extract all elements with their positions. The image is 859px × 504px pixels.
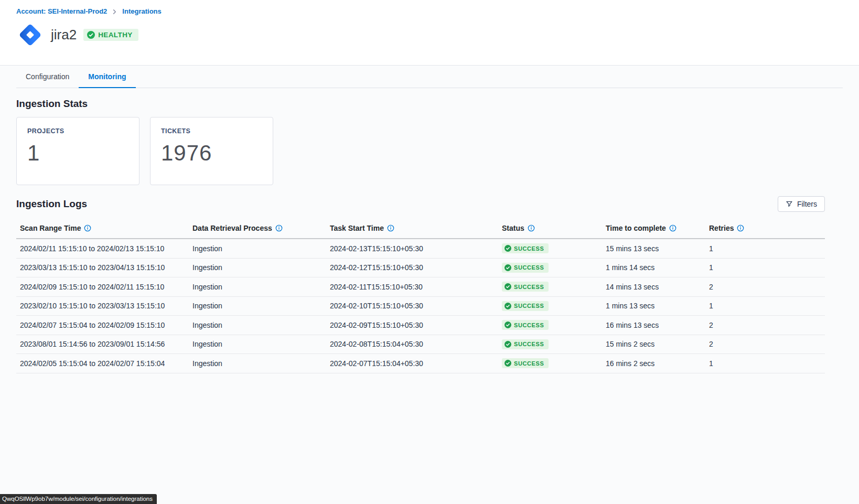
cell-data-retrieval-process: Ingestion [189, 283, 326, 291]
cell-time-to-complete: 15 mins 2 secs [602, 340, 705, 348]
column-label: Retries [709, 224, 734, 232]
status-badge: SUCCESS [502, 339, 549, 349]
cell-time-to-complete: 15 mins 13 secs [602, 244, 705, 253]
cell-status: SUCCESS [498, 358, 602, 368]
column-header-retries[interactable]: Retries [705, 224, 825, 232]
status-label: SUCCESS [514, 360, 544, 367]
cell-time-to-complete: 16 mins 13 secs [602, 321, 705, 329]
status-badge: SUCCESS [502, 358, 549, 368]
column-label: Scan Range Time [20, 224, 81, 232]
cell-data-retrieval-process: Ingestion [189, 244, 326, 253]
tickets-stat-card: TICKETS 1976 [150, 117, 273, 185]
check-circle-icon [504, 321, 511, 328]
projects-stat-value: 1 [27, 141, 128, 166]
filters-button[interactable]: Filters [778, 196, 825, 212]
column-label: Data Retrieval Process [192, 224, 272, 232]
cell-retries: 1 [705, 359, 825, 368]
column-header-task-start-time[interactable]: Task Start Time [326, 224, 498, 232]
cell-status: SUCCESS [498, 301, 602, 311]
table-row[interactable]: 2023/03/13 15:15:10 to 2023/04/13 15:15:… [16, 259, 825, 278]
column-label: Status [502, 224, 524, 232]
status-badge: SUCCESS [502, 301, 549, 311]
info-icon [84, 224, 91, 232]
table-row[interactable]: 2024/02/09 15:15:10 to 2024/02/11 15:15:… [16, 277, 825, 297]
table-row[interactable]: 2023/08/01 15:14:56 to 2023/09/01 15:14:… [16, 335, 825, 355]
column-label: Task Start Time [330, 224, 384, 232]
cell-data-retrieval-process: Ingestion [189, 321, 326, 329]
status-badge: SUCCESS [502, 282, 549, 292]
info-icon [737, 224, 744, 232]
column-header-data-retrieval-process[interactable]: Data Retrieval Process [189, 224, 326, 232]
status-badge: SUCCESS [502, 320, 549, 330]
cell-task-start-time: 2024-02-08T15:15:04+05:30 [326, 340, 498, 348]
integration-titlebar: jira2 HEALTHY [16, 21, 843, 49]
table-row[interactable]: 2024/02/05 15:15:04 to 2024/02/07 15:15:… [16, 354, 825, 373]
cell-status: SUCCESS [498, 243, 602, 253]
table-header-row: Scan Range TimeData Retrieval ProcessTas… [16, 217, 825, 239]
table-body: 2024/02/11 15:15:10 to 2024/02/13 15:15:… [16, 239, 825, 373]
table-row[interactable]: 2024/02/07 15:15:04 to 2024/02/09 15:15:… [16, 316, 825, 335]
info-icon [387, 224, 394, 232]
table-row[interactable]: 2023/02/10 15:15:10 to 2023/03/13 15:15:… [16, 297, 825, 316]
breadcrumb-account-link[interactable]: Account: SEI-Internal-Prod2 [16, 7, 107, 15]
cell-retries: 1 [705, 244, 825, 253]
cell-task-start-time: 2024-02-11T15:15:10+05:30 [326, 283, 498, 291]
tab-configuration[interactable]: Configuration [16, 66, 79, 88]
info-icon [528, 224, 535, 232]
info-icon [669, 224, 677, 232]
column-header-status[interactable]: Status [498, 224, 602, 232]
status-label: SUCCESS [514, 284, 544, 290]
cell-task-start-time: 2024-02-12T15:15:10+05:30 [326, 263, 498, 272]
health-status-label: HEALTHY [98, 31, 133, 39]
status-badge: SUCCESS [502, 263, 549, 273]
cell-retries: 1 [705, 302, 825, 310]
status-badge: SUCCESS [502, 243, 549, 253]
cell-scan-range-time: 2023/03/13 15:15:10 to 2023/04/13 15:15:… [16, 263, 189, 272]
cell-retries: 2 [705, 340, 825, 348]
breadcrumb-integrations-link[interactable]: Integrations [122, 7, 161, 15]
cell-status: SUCCESS [498, 263, 602, 273]
ingestion-stats-title: Ingestion Stats [16, 98, 843, 110]
check-circle-icon [504, 360, 511, 367]
cell-scan-range-time: 2024/02/11 15:15:10 to 2024/02/13 15:15:… [16, 244, 189, 253]
status-label: SUCCESS [514, 322, 544, 328]
health-status-badge: HEALTHY [83, 29, 138, 41]
column-header-scan-range-time[interactable]: Scan Range Time [16, 224, 189, 232]
check-circle-icon [504, 283, 511, 290]
tab-bar: Configuration Monitoring [16, 66, 843, 88]
tab-monitoring[interactable]: Monitoring [79, 66, 135, 88]
table-row[interactable]: 2024/02/11 15:15:10 to 2024/02/13 15:15:… [16, 239, 825, 259]
jira-logo-icon [16, 21, 44, 49]
column-label: Time to complete [606, 224, 666, 232]
status-label: SUCCESS [514, 245, 544, 252]
check-circle-icon [87, 31, 95, 39]
cell-scan-range-time: 2024/02/05 15:15:04 to 2024/02/07 15:15:… [16, 359, 189, 368]
ingestion-logs-header: Ingestion Logs Filters [16, 196, 825, 212]
column-header-time-to-complete[interactable]: Time to complete [602, 224, 705, 232]
cell-retries: 1 [705, 263, 825, 272]
check-circle-icon [504, 341, 511, 348]
cell-scan-range-time: 2024/02/09 15:15:10 to 2024/02/11 15:15:… [16, 283, 189, 291]
tickets-stat-value: 1976 [161, 141, 262, 166]
cell-scan-range-time: 2023/02/10 15:15:10 to 2023/03/13 15:15:… [16, 302, 189, 310]
cell-task-start-time: 2024-02-10T15:15:10+05:30 [326, 302, 498, 310]
projects-stat-label: PROJECTS [27, 127, 128, 135]
cell-time-to-complete: 1 mins 14 secs [602, 263, 705, 272]
page-header: Account: SEI-Internal-Prod2 Integrations… [0, 0, 859, 66]
link-preview-statusbar: QwqOSllWp9ob7w/module/sei/configuration/… [0, 494, 157, 504]
cell-time-to-complete: 14 mins 13 secs [602, 283, 705, 291]
stats-cards: PROJECTS 1 TICKETS 1976 [16, 117, 843, 185]
check-circle-icon [504, 264, 511, 271]
info-icon [275, 224, 283, 232]
integration-title: jira2 [51, 27, 77, 43]
status-label: SUCCESS [514, 264, 544, 271]
cell-task-start-time: 2024-02-13T15:15:10+05:30 [326, 244, 498, 253]
cell-data-retrieval-process: Ingestion [189, 359, 326, 368]
chevron-right-icon [112, 9, 117, 15]
tickets-stat-label: TICKETS [161, 127, 262, 135]
check-circle-icon [504, 303, 511, 309]
cell-data-retrieval-process: Ingestion [189, 263, 326, 272]
cell-task-start-time: 2024-02-09T15:15:10+05:30 [326, 321, 498, 329]
ingestion-logs-title: Ingestion Logs [16, 198, 87, 210]
cell-retries: 2 [705, 283, 825, 291]
